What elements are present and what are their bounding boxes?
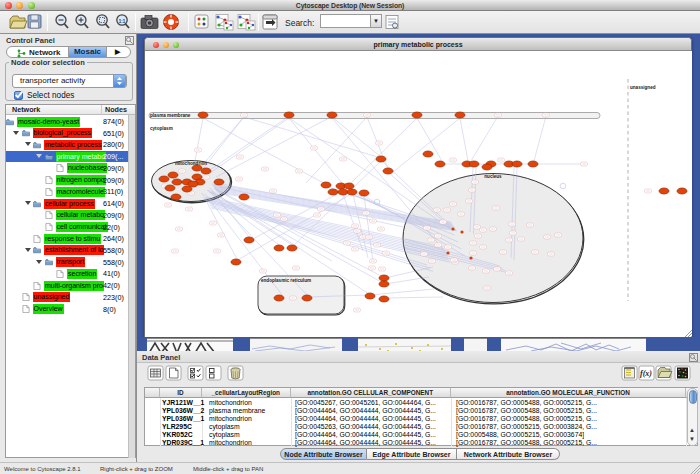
svg-text:plasma membrane: plasma membrane xyxy=(150,113,191,118)
svg-text:mitochondrion: mitochondrion xyxy=(175,161,207,166)
svg-text:unassigned: unassigned xyxy=(630,85,656,90)
svg-text:cytoplasm: cytoplasm xyxy=(150,126,173,131)
svg-text:nucleus: nucleus xyxy=(484,174,502,179)
svg-text:f(x): f(x) xyxy=(640,369,652,378)
svg-text:1:1: 1:1 xyxy=(119,19,126,24)
svg-text:endoplasmic reticulum: endoplasmic reticulum xyxy=(261,278,311,283)
